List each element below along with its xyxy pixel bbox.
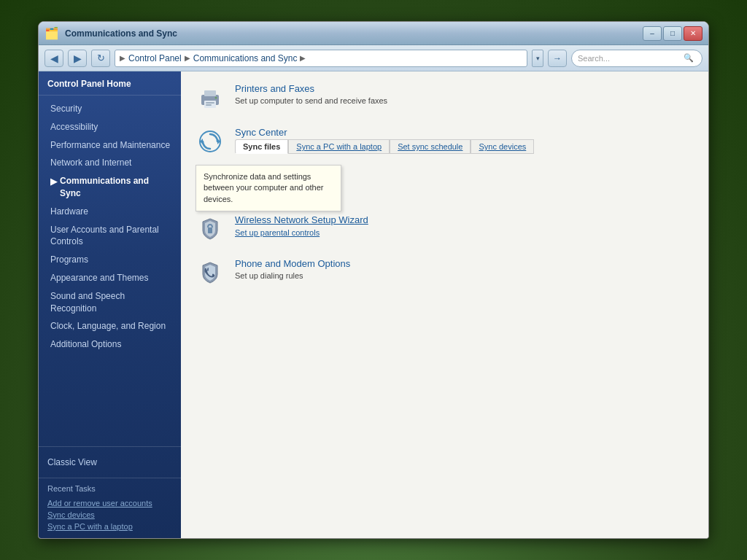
- sync-tooltip: Synchronize data and settings between yo…: [196, 165, 341, 211]
- printers-icon: [196, 83, 225, 112]
- sidebar-item-clock[interactable]: Clock, Language, and Region: [39, 317, 181, 335]
- printers-text: Printers and Faxes Set up computer to se…: [235, 83, 694, 106]
- active-arrow-icon: ▶: [50, 176, 57, 188]
- window-title: Communications and Sync: [65, 28, 177, 39]
- sidebar-item-security[interactable]: Security: [39, 100, 181, 118]
- item-wireless: Wireless Network Setup Wizard Set up par…: [196, 214, 694, 244]
- sync-tab-files[interactable]: Sync files: [235, 139, 288, 154]
- search-button[interactable]: 🔍: [681, 51, 696, 66]
- wireless-setup-parental[interactable]: Set up parental controls: [235, 228, 694, 237]
- refresh-button[interactable]: ↻: [91, 50, 110, 67]
- sidebar-item-performance[interactable]: Performance and Maintenance: [39, 136, 181, 155]
- address-field[interactable]: ▶ Control Panel ▶ Communications and Syn…: [115, 50, 527, 67]
- wireless-title[interactable]: Wireless Network Setup Wizard: [235, 214, 694, 225]
- recent-task-add-accounts[interactable]: Add or remove user accounts: [47, 497, 172, 509]
- sidebar-item-network[interactable]: Network and Internet: [39, 154, 181, 172]
- item-sync-center: Sync Center Sync files Sync a PC with a …: [196, 127, 694, 156]
- sidebar-item-accessibility[interactable]: Accessibility: [39, 118, 181, 136]
- back-button[interactable]: ◀: [44, 50, 63, 67]
- phone-text: Phone and Modem Options Set up dialing r…: [235, 258, 694, 281]
- title-bar: 🗂️ Communications and Sync – □ ✕: [39, 22, 708, 45]
- minimize-button[interactable]: –: [643, 26, 662, 41]
- sync-tab-devices[interactable]: Sync devices: [471, 139, 534, 154]
- wireless-icon: [196, 214, 225, 244]
- printers-desc: Set up computer to send and receive faxe…: [235, 96, 387, 105]
- sidebar-item-sound[interactable]: Sound and Speech Recognition: [39, 287, 181, 318]
- main-window: 🗂️ Communications and Sync – □ ✕ ◀ ▶ ↻ ▶…: [38, 21, 709, 539]
- sidebar: Control Panel Home Security Accessibilit…: [39, 71, 181, 538]
- sidebar-item-programs[interactable]: Programs: [39, 251, 181, 269]
- printers-title[interactable]: Printers and Faxes: [235, 83, 694, 94]
- sync-tooltip-text: Synchronize data and settings between yo…: [204, 172, 324, 203]
- breadcrumb-comms[interactable]: Communications and Sync: [193, 53, 298, 63]
- sync-center-icon: [196, 127, 225, 156]
- forward-button[interactable]: ▶: [68, 50, 87, 67]
- svg-point-5: [215, 97, 217, 99]
- recent-tasks-title: Recent Tasks: [47, 484, 172, 493]
- sidebar-item-useraccounts[interactable]: User Accounts and Parental Controls: [39, 221, 181, 252]
- svg-rect-3: [206, 102, 214, 104]
- breadcrumb-sep-2: ▶: [300, 54, 306, 62]
- sidebar-item-comms[interactable]: ▶ Communications and Sync: [39, 172, 181, 203]
- window-icon: 🗂️: [44, 26, 59, 40]
- go-button[interactable]: →: [548, 50, 567, 67]
- maximize-button[interactable]: □: [663, 26, 682, 41]
- sync-center-title[interactable]: Sync Center: [235, 127, 694, 138]
- search-placeholder: Search...: [578, 54, 678, 63]
- sidebar-item-hardware[interactable]: Hardware: [39, 203, 181, 221]
- content-area: Printers and Faxes Set up computer to se…: [181, 71, 708, 538]
- sync-center-text: Sync Center Sync files Sync a PC with a …: [235, 127, 694, 154]
- sync-tab-schedule[interactable]: Set sync schedule: [390, 139, 471, 154]
- breadcrumb-sep-1: ▶: [185, 54, 190, 62]
- sync-tabs: Sync files Sync a PC with a laptop Set s…: [235, 139, 694, 154]
- sync-tab-pc[interactable]: Sync a PC with a laptop: [288, 139, 390, 154]
- phone-title[interactable]: Phone and Modem Options: [235, 258, 694, 269]
- sidebar-item-home[interactable]: Control Panel Home: [39, 71, 181, 96]
- sidebar-item-comms-label: Communications and Sync: [60, 175, 172, 200]
- sidebar-classic-view-section: Classic View: [39, 446, 181, 478]
- recent-task-sync-devices[interactable]: Sync devices: [47, 509, 172, 521]
- sidebar-item-additional[interactable]: Additional Options: [39, 335, 181, 354]
- address-dropdown[interactable]: ▾: [532, 50, 543, 67]
- breadcrumb-control-panel[interactable]: Control Panel: [128, 53, 182, 63]
- sidebar-nav: Security Accessibility Performance and M…: [39, 96, 181, 358]
- classic-view-button[interactable]: Classic View: [47, 454, 172, 470]
- title-bar-buttons: – □ ✕: [643, 26, 703, 41]
- close-button[interactable]: ✕: [684, 26, 703, 41]
- search-box[interactable]: Search... 🔍: [571, 50, 703, 67]
- wireless-text: Wireless Network Setup Wizard Set up par…: [235, 214, 694, 237]
- svg-rect-1: [204, 90, 216, 96]
- item-printers: Printers and Faxes Set up computer to se…: [196, 83, 694, 112]
- phone-desc: Set up dialing rules: [235, 271, 303, 280]
- sidebar-item-appearance[interactable]: Appearance and Themes: [39, 269, 181, 287]
- title-bar-left: 🗂️ Communications and Sync: [44, 26, 177, 40]
- crumb-icon: ▶: [120, 54, 125, 62]
- sidebar-spacer: [39, 358, 181, 446]
- main-content: Control Panel Home Security Accessibilit…: [39, 71, 708, 538]
- address-bar: ◀ ▶ ↻ ▶ Control Panel ▶ Communications a…: [39, 45, 708, 71]
- item-phone: Phone and Modem Options Set up dialing r…: [196, 258, 694, 287]
- recent-task-sync-pc[interactable]: Sync a PC with a laptop: [47, 521, 172, 532]
- svg-rect-4: [206, 104, 212, 106]
- phone-icon: [196, 258, 225, 287]
- svg-rect-9: [208, 228, 212, 233]
- sidebar-recent-tasks: Recent Tasks Add or remove user accounts…: [39, 478, 181, 538]
